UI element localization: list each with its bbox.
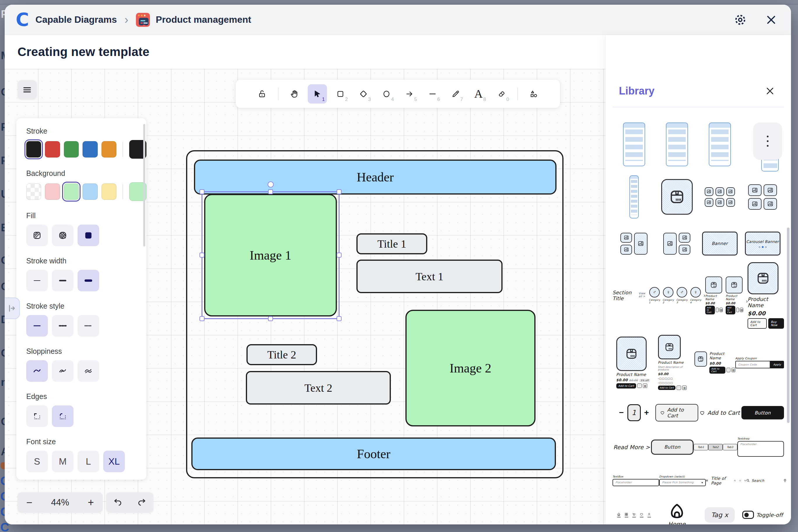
resize-handle-left[interactable]	[200, 252, 205, 258]
library-item-home-icon[interactable]: Home	[656, 499, 698, 525]
close-icon[interactable]	[764, 13, 778, 27]
library-item-product-image-large[interactable]	[656, 175, 698, 219]
library-item-button-outline[interactable]: Button	[651, 432, 694, 462]
resize-handle-bottom-right[interactable]	[337, 316, 342, 321]
edges-sharp-button[interactable]	[26, 405, 48, 427]
library-item-apply-coupon[interactable]: Apply Coupon Coupon Code Apply	[735, 331, 784, 394]
library-item-tag-chip[interactable]: Tag x	[698, 499, 741, 525]
draw-tool-icon[interactable]: 7	[446, 84, 465, 103]
library-item-long-page[interactable]	[612, 175, 656, 219]
library-item-categories[interactable]: ♂Category 1 ♀Category 2 ♂Category 3 ♀Cat…	[649, 268, 705, 322]
stroke-color-green[interactable]	[64, 141, 79, 157]
stroke-color-blue[interactable]	[82, 141, 97, 157]
diamond-tool-icon[interactable]: 3	[354, 84, 373, 103]
library-item-add-to-cart-text[interactable]: Add to Cart	[698, 402, 741, 423]
library-item-banner[interactable]: Banner	[698, 228, 741, 260]
background-color-yellow[interactable]	[101, 184, 116, 200]
menu-hamburger-button[interactable]	[18, 80, 37, 99]
library-item-toggle-off[interactable]: Toggle-off	[741, 499, 784, 525]
library-item-section-title[interactable]: Section Title View all >	[612, 268, 649, 322]
arrow-tool-icon[interactable]: 5	[400, 84, 419, 103]
stroke-style-dotted-button[interactable]	[78, 315, 99, 337]
library-item-read-more[interactable]: Read More >	[612, 432, 651, 462]
stroke-style-dashed-button[interactable]	[52, 315, 74, 337]
library-item-product-row[interactable]: Product Name $0.00 Add to Cart ♡▥	[695, 331, 735, 394]
stroke-width-extrabold-button[interactable]	[78, 270, 99, 291]
lock-tool-icon[interactable]	[252, 84, 272, 103]
library-more-menu-button[interactable]	[753, 122, 782, 160]
background-color-green[interactable]	[64, 184, 79, 200]
selection-box[interactable]	[202, 191, 340, 319]
library-item-bottom-nav[interactable]	[612, 499, 656, 525]
shape-text-2[interactable]: Text 2	[246, 371, 391, 404]
resize-handle-bottom-left[interactable]	[200, 316, 205, 321]
shapes-tool-icon[interactable]	[524, 84, 544, 103]
rectangle-tool-icon[interactable]: 2	[331, 84, 350, 103]
library-item-textbox[interactable]: TextBox Placeholder	[612, 471, 659, 490]
library-item-phone-checkout[interactable]	[656, 122, 698, 166]
sloppiness-architect-button[interactable]	[26, 360, 48, 382]
library-item-textarea[interactable]: TextArea Placeholder	[737, 432, 784, 462]
resize-handle-top[interactable]	[268, 189, 273, 194]
font-size-m-button[interactable]: M	[52, 451, 74, 472]
stroke-style-solid-button[interactable]	[26, 315, 48, 337]
zoom-level[interactable]: 44%	[51, 497, 69, 508]
library-close-icon[interactable]	[763, 84, 777, 98]
resize-handle-top-left[interactable]	[200, 189, 205, 194]
library-item-button-filled[interactable]: Button	[741, 402, 784, 423]
library-item-phone-products[interactable]	[741, 122, 784, 166]
library-item-product-card-description[interactable]: Product Name Short description of produc…	[653, 331, 694, 394]
fill-crosshatch-button[interactable]	[52, 225, 74, 246]
library-item-page-header[interactable]: Title of Page	[706, 471, 746, 490]
fill-solid-button[interactable]	[78, 225, 99, 246]
library-item-search-bar[interactable]: Search	[746, 471, 787, 490]
stroke-width-thin-button[interactable]	[26, 270, 48, 291]
dropdown-value[interactable]: Please Pick Something	[662, 481, 694, 484]
toggle-switch-icon[interactable]	[742, 511, 754, 519]
library-item-image-grid-2x2[interactable]	[741, 175, 784, 219]
ellipse-tool-icon[interactable]: 4	[377, 84, 396, 103]
library-item-product-card-image[interactable]: Product Name $0.00 $0.00 5% off Add to C…	[612, 331, 653, 394]
edges-round-button[interactable]	[52, 405, 74, 427]
shape-image-2[interactable]: Image 2	[405, 310, 535, 426]
coupon-apply-button[interactable]: Apply	[770, 361, 784, 368]
undo-icon[interactable]	[111, 496, 125, 510]
shape-title-2[interactable]: Title 2	[246, 344, 317, 365]
sidebar-expand-toggle[interactable]	[5, 298, 20, 319]
background-color-pink[interactable]	[45, 184, 60, 200]
eraser-tool-icon[interactable]: 0	[492, 84, 511, 103]
tab-3[interactable]: Tab3	[723, 444, 737, 450]
shape-text-1[interactable]: Text 1	[356, 260, 502, 293]
line-tool-icon[interactable]: 6	[423, 84, 442, 103]
resize-handle-right[interactable]	[337, 252, 342, 258]
textbox-input[interactable]: Placeholder	[612, 479, 659, 486]
stroke-color-red[interactable]	[45, 141, 60, 157]
settings-gear-icon[interactable]	[733, 13, 747, 27]
library-item-gallery-a[interactable]	[612, 228, 656, 260]
tab-2[interactable]: Tab2	[708, 444, 723, 450]
stroke-width-bold-button[interactable]	[52, 270, 74, 291]
library-item-product-card-large[interactable]: Product Name $0.00 Add to Cart Buy Now	[747, 268, 784, 322]
stepper-minus[interactable]: −	[619, 408, 624, 417]
stepper-value[interactable]: 1	[627, 404, 641, 421]
resize-handle-bottom[interactable]	[268, 316, 273, 321]
library-item-carousel-banner[interactable]: Carousel Banner	[741, 228, 784, 260]
stroke-color-black[interactable]	[26, 141, 41, 157]
selection-tool-icon[interactable]: 1	[308, 84, 327, 103]
resize-handle-top-right[interactable]	[337, 189, 342, 194]
fill-hachure-button[interactable]	[26, 225, 48, 246]
font-size-s-button[interactable]: S	[26, 451, 48, 472]
sloppiness-cartoonist-button[interactable]	[78, 360, 99, 382]
background-color-blue[interactable]	[82, 184, 97, 200]
library-item-phone-cart[interactable]	[698, 122, 741, 166]
shape-title-1[interactable]: Title 1	[356, 233, 427, 254]
rotate-handle[interactable]	[267, 182, 273, 188]
library-item-add-to-cart-button[interactable]: Add to Cart	[656, 402, 698, 423]
breadcrumb-app-name[interactable]: Capable Diagrams	[36, 14, 117, 25]
zoom-out-button[interactable]: −	[26, 497, 32, 508]
hand-tool-icon[interactable]	[285, 84, 304, 103]
shape-header[interactable]: Header	[194, 159, 556, 194]
stroke-color-orange[interactable]	[101, 141, 116, 157]
library-item-dropdown[interactable]: Dropdown (select) Please Pick Something …	[659, 471, 706, 490]
sloppiness-artist-button[interactable]	[52, 360, 74, 382]
